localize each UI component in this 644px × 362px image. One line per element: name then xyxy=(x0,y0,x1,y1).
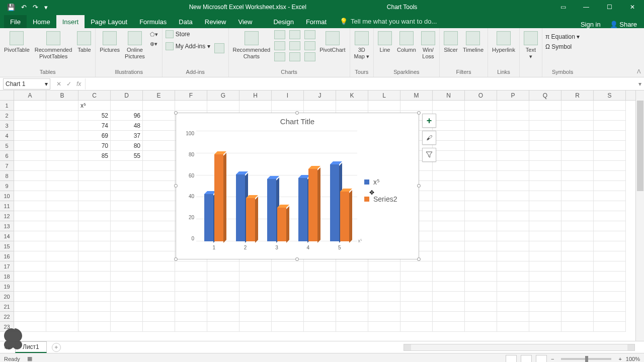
cell[interactable] xyxy=(465,191,497,201)
cell[interactable] xyxy=(465,161,497,171)
cell[interactable] xyxy=(465,312,497,322)
cell[interactable] xyxy=(143,131,175,141)
row-header[interactable]: 12 xyxy=(0,211,14,221)
cell[interactable] xyxy=(14,181,46,191)
cell[interactable] xyxy=(433,111,465,121)
cell[interactable] xyxy=(46,302,78,312)
cell[interactable] xyxy=(497,101,529,111)
cell[interactable] xyxy=(175,272,207,282)
row-header[interactable]: 18 xyxy=(0,272,14,282)
column-header[interactable]: N xyxy=(433,90,465,100)
pivotchart-button[interactable]: PivotChart xyxy=(318,30,346,54)
cell[interactable] xyxy=(368,312,400,322)
tab-view[interactable]: View xyxy=(232,15,258,28)
new-sheet-button[interactable]: + xyxy=(52,343,61,352)
row-header[interactable]: 14 xyxy=(0,231,14,241)
cell[interactable] xyxy=(111,171,143,181)
cell[interactable] xyxy=(433,121,465,131)
cell[interactable] xyxy=(14,302,46,312)
pivottable-button[interactable]: PivotTable xyxy=(3,30,31,54)
chart-object[interactable]: Chart Title 100806040200 12345 x⁵ ✥ x⁵Se… xyxy=(176,113,419,259)
cell[interactable] xyxy=(46,231,78,241)
cell[interactable] xyxy=(46,322,78,332)
cell[interactable] xyxy=(78,322,111,332)
resize-handle[interactable] xyxy=(417,111,421,115)
cell[interactable] xyxy=(497,201,529,211)
cell[interactable] xyxy=(497,322,529,332)
tab-home[interactable]: Home xyxy=(27,15,56,28)
slicer-button[interactable]: Slicer xyxy=(443,30,459,54)
cell[interactable] xyxy=(433,251,465,261)
store-button[interactable]: Store xyxy=(166,30,210,38)
cell[interactable] xyxy=(433,181,465,191)
cell[interactable] xyxy=(433,211,465,221)
tab-review[interactable]: Review xyxy=(199,15,232,28)
cell[interactable] xyxy=(304,261,336,272)
cell[interactable] xyxy=(143,171,175,181)
cell[interactable] xyxy=(111,221,143,231)
cell[interactable] xyxy=(304,101,336,111)
column-headers[interactable]: ABCDEFGHIJKLMNOPQRS xyxy=(0,90,635,101)
cell[interactable] xyxy=(143,101,175,111)
cell[interactable]: 48 xyxy=(111,121,143,131)
select-all-corner[interactable] xyxy=(0,90,14,100)
cell[interactable] xyxy=(207,272,239,282)
recommended-charts-button[interactable]: Recommended Charts xyxy=(232,30,272,60)
cell[interactable] xyxy=(465,121,497,131)
cell[interactable] xyxy=(594,221,626,231)
cell[interactable] xyxy=(594,201,626,211)
cell[interactable] xyxy=(433,101,465,111)
zoom-level[interactable]: 100% xyxy=(626,356,640,362)
column-header[interactable]: I xyxy=(272,90,304,100)
column-header[interactable]: M xyxy=(400,90,433,100)
tab-file[interactable]: File xyxy=(4,15,27,28)
cell[interactable] xyxy=(143,211,175,221)
cell[interactable] xyxy=(14,251,46,261)
cell[interactable] xyxy=(207,302,239,312)
cell[interactable] xyxy=(561,302,594,312)
cell[interactable] xyxy=(529,121,561,131)
cell[interactable] xyxy=(497,241,529,251)
column-header[interactable]: G xyxy=(207,90,239,100)
cell[interactable] xyxy=(497,251,529,261)
undo-icon[interactable]: ↶ xyxy=(21,4,27,11)
cell[interactable] xyxy=(368,302,400,312)
cell[interactable] xyxy=(465,151,497,161)
cell[interactable] xyxy=(594,211,626,221)
cell[interactable] xyxy=(14,241,46,251)
cell[interactable] xyxy=(529,211,561,221)
cell[interactable] xyxy=(594,161,626,171)
tab-page-layout[interactable]: Page Layout xyxy=(85,15,133,28)
view-page-break-button[interactable] xyxy=(536,355,547,363)
cell[interactable] xyxy=(207,261,239,272)
cell[interactable] xyxy=(14,161,46,171)
cell[interactable] xyxy=(561,251,594,261)
cell[interactable] xyxy=(497,181,529,191)
cell[interactable] xyxy=(272,272,304,282)
cell[interactable] xyxy=(433,131,465,141)
expand-formula-bar-icon[interactable]: ▾ xyxy=(636,80,644,87)
row-header[interactable]: 15 xyxy=(0,241,14,251)
cell[interactable] xyxy=(400,101,433,111)
cell[interactable] xyxy=(111,231,143,241)
cell[interactable] xyxy=(14,272,46,282)
cell[interactable] xyxy=(529,261,561,272)
cell[interactable] xyxy=(529,141,561,151)
view-normal-button[interactable] xyxy=(506,355,517,363)
cell[interactable]: 85 xyxy=(78,151,111,161)
cell[interactable] xyxy=(465,181,497,191)
chart-filters-button[interactable] xyxy=(422,148,436,162)
cell[interactable]: 55 xyxy=(111,151,143,161)
row-header[interactable]: 11 xyxy=(0,201,14,211)
cell[interactable] xyxy=(46,261,78,272)
cell[interactable] xyxy=(272,302,304,312)
cell[interactable] xyxy=(46,101,78,111)
tab-design[interactable]: Design xyxy=(267,15,299,28)
cell[interactable] xyxy=(594,241,626,251)
cell[interactable] xyxy=(497,191,529,201)
cell[interactable] xyxy=(465,201,497,211)
cell[interactable] xyxy=(78,181,111,191)
cell[interactable] xyxy=(14,292,46,302)
cell[interactable] xyxy=(465,282,497,292)
cell[interactable] xyxy=(433,322,465,332)
